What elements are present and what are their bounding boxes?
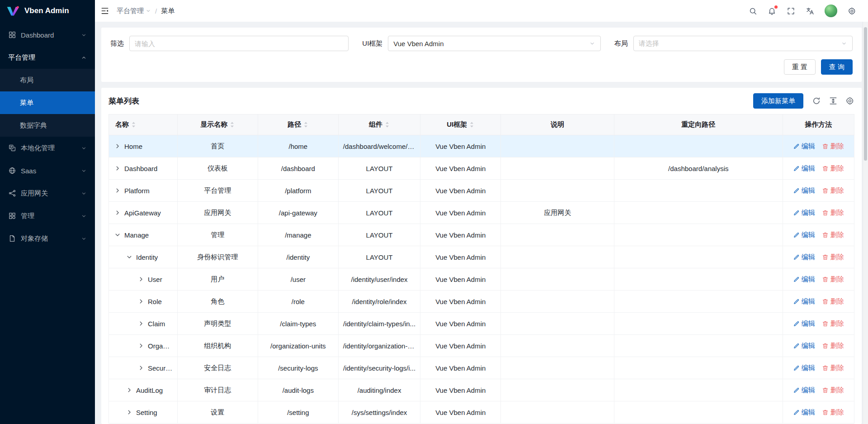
sidebar-item-gateway[interactable]: 应用网关 (0, 182, 95, 205)
edit-button[interactable]: 编辑 (793, 364, 815, 372)
search-icon[interactable] (749, 7, 757, 15)
row-expand-icon[interactable] (138, 365, 144, 371)
chevron-down-icon (81, 168, 87, 174)
breadcrumb-item[interactable]: 菜单 (161, 7, 175, 15)
breadcrumb-item[interactable]: 平台管理 (117, 7, 151, 15)
delete-label: 删除 (830, 164, 844, 173)
search-button[interactable]: 查 询 (821, 59, 853, 75)
menu-fold-icon[interactable] (100, 6, 109, 15)
delete-button[interactable]: 删除 (822, 186, 844, 195)
cell-name: Role (109, 291, 178, 313)
chevron-down-icon (81, 213, 87, 219)
refresh-icon[interactable] (812, 96, 821, 105)
column-header-0[interactable]: 名称 (109, 114, 178, 135)
sidebar-item-saas[interactable]: Saas (0, 159, 95, 182)
edit-button[interactable]: 编辑 (793, 408, 815, 417)
filter-input[interactable] (129, 36, 349, 51)
row-expand-icon[interactable] (138, 276, 144, 282)
delete-button[interactable]: 删除 (822, 164, 844, 173)
delete-button[interactable]: 删除 (822, 297, 844, 306)
filter-fields: 筛选UI框架Vue Vben Admin布局请选择 (110, 36, 853, 51)
column-header-4[interactable]: UI框架 (420, 114, 501, 135)
add-menu-button[interactable]: 添加新菜单 (753, 93, 803, 109)
translate-icon[interactable] (806, 7, 814, 15)
table-settings-icon[interactable] (845, 96, 854, 105)
logo[interactable]: Vben Admin (0, 0, 95, 22)
sort-icon[interactable] (230, 121, 235, 128)
delete-button[interactable]: 删除 (822, 231, 844, 239)
edit-button[interactable]: 编辑 (793, 164, 815, 173)
cell-display-name: 安全日志 (177, 357, 258, 379)
column-label: 显示名称 (200, 120, 227, 129)
row-expand-icon[interactable] (114, 187, 121, 194)
edit-button[interactable]: 编辑 (793, 186, 815, 195)
row-expand-icon[interactable] (138, 343, 144, 349)
edit-button[interactable]: 编辑 (793, 209, 815, 217)
edit-button[interactable]: 编辑 (793, 297, 815, 306)
row-expand-icon[interactable] (114, 165, 121, 172)
edit-button[interactable]: 编辑 (793, 253, 815, 262)
chevron-down-icon (146, 8, 151, 14)
app-root: Vben Admin Dashboard平台管理布局菜单数据字典本地化管理Saa… (0, 0, 868, 424)
row-expand-icon[interactable] (138, 298, 144, 305)
delete-button[interactable]: 删除 (822, 386, 844, 395)
sidebar-item-label: 菜单 (20, 99, 95, 107)
cell-display-name: 声明类型 (177, 313, 258, 335)
cell-name: User (109, 268, 178, 291)
edit-button[interactable]: 编辑 (793, 386, 815, 395)
filter-select-2[interactable]: 请选择 (633, 36, 853, 51)
sort-icon[interactable] (469, 121, 474, 128)
sort-icon[interactable] (385, 121, 390, 128)
delete-button[interactable]: 删除 (822, 408, 844, 417)
reset-button[interactable]: 重 置 (784, 59, 816, 75)
row-expand-icon[interactable] (126, 387, 132, 393)
sidebar-item-manage[interactable]: 管理 (0, 205, 95, 227)
sort-icon[interactable] (303, 121, 308, 128)
filter-select-1[interactable]: Vue Vben Admin (388, 36, 600, 51)
sidebar-item-menu[interactable]: 菜单 (0, 91, 95, 114)
page-scrollbar[interactable] (863, 22, 868, 424)
row-expand-icon[interactable] (126, 254, 132, 260)
column-height-icon[interactable] (829, 96, 838, 105)
column-header-1[interactable]: 显示名称 (177, 114, 258, 135)
cell-path: /setting (258, 401, 338, 424)
notification-icon[interactable] (768, 7, 776, 15)
fullscreen-icon[interactable] (787, 7, 795, 15)
row-expand-icon[interactable] (114, 143, 121, 149)
sidebar-item-dictionary[interactable]: 数据字典 (0, 114, 95, 137)
delete-button[interactable]: 删除 (822, 209, 844, 217)
edit-label: 编辑 (802, 408, 815, 417)
row-expand-icon[interactable] (114, 210, 121, 216)
delete-label: 删除 (830, 319, 844, 328)
settings-icon[interactable] (848, 7, 856, 15)
column-header-3[interactable]: 组件 (338, 114, 420, 135)
cell-path: /claim-types (258, 313, 338, 335)
edit-label: 编辑 (802, 275, 815, 284)
delete-button[interactable]: 删除 (822, 142, 844, 151)
sidebar-item-localization[interactable]: 本地化管理 (0, 137, 95, 159)
delete-button[interactable]: 删除 (822, 253, 844, 262)
edit-button[interactable]: 编辑 (793, 319, 815, 328)
row-expand-icon[interactable] (126, 409, 132, 415)
edit-button[interactable]: 编辑 (793, 231, 815, 239)
delete-button[interactable]: 删除 (822, 275, 844, 284)
scrollbar-thumb[interactable] (864, 27, 867, 161)
cell-path: /role (258, 291, 338, 313)
edit-button[interactable]: 编辑 (793, 342, 815, 350)
delete-button[interactable]: 删除 (822, 342, 844, 350)
delete-button[interactable]: 删除 (822, 319, 844, 328)
row-expand-icon[interactable] (114, 232, 121, 238)
avatar[interactable] (825, 5, 837, 17)
sort-icon[interactable] (131, 121, 136, 128)
sidebar-item-platform[interactable]: 平台管理 (0, 46, 95, 69)
edit-button[interactable]: 编辑 (793, 275, 815, 284)
row-expand-icon[interactable] (138, 320, 144, 327)
sidebar-item-layout[interactable]: 布局 (0, 69, 95, 91)
column-header-2[interactable]: 路径 (258, 114, 338, 135)
cell-name: Platform (109, 180, 178, 202)
sidebar-item-storage[interactable]: 对象存储 (0, 227, 95, 250)
delete-button[interactable]: 删除 (822, 364, 844, 372)
table-row: Setting设置/setting/sys/settings/indexVue … (109, 401, 854, 424)
edit-button[interactable]: 编辑 (793, 142, 815, 151)
sidebar-item-dashboard[interactable]: Dashboard (0, 24, 95, 46)
